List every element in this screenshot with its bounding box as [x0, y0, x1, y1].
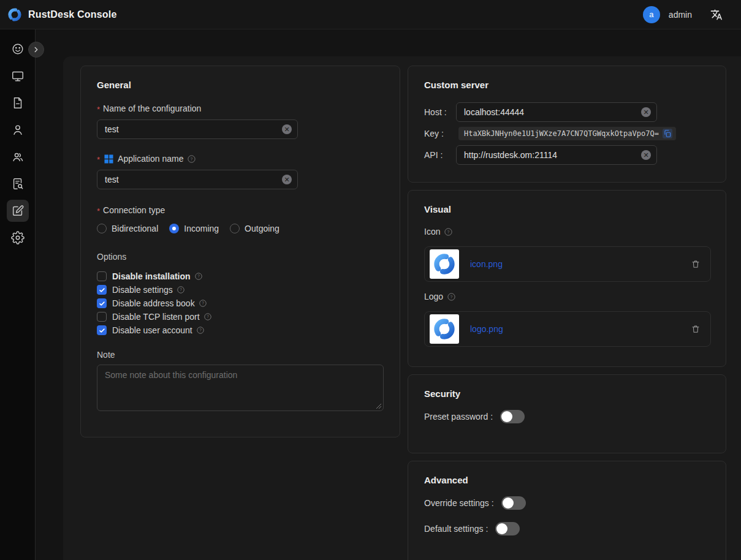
- file-search-icon: [11, 177, 25, 191]
- checkbox-icon: [97, 325, 107, 335]
- advanced-card: Advanced Override settings : Default set…: [408, 461, 726, 560]
- sidebar-item-settings[interactable]: [7, 227, 29, 249]
- trash-icon[interactable]: [690, 258, 702, 270]
- help-icon[interactable]: ?: [194, 272, 203, 281]
- options-label: Options: [97, 252, 384, 262]
- app-header: RustDesk Console a admin: [0, 0, 741, 29]
- clear-icon[interactable]: ✕: [641, 150, 651, 160]
- override-settings-toggle[interactable]: [501, 496, 526, 510]
- user-avatar[interactable]: a: [643, 6, 660, 23]
- checkbox-disable-settings[interactable]: Disable settings ?: [97, 285, 384, 295]
- edit-icon: [11, 204, 25, 218]
- svg-text:?: ?: [180, 287, 182, 292]
- help-icon[interactable]: ?: [447, 292, 456, 301]
- radio-icon: [97, 224, 107, 233]
- checkbox-disable-address-book[interactable]: Disable address book ?: [97, 298, 384, 308]
- clear-icon[interactable]: ✕: [282, 124, 292, 134]
- security-title: Security: [424, 388, 710, 399]
- user-icon: [11, 123, 25, 137]
- sidebar-item-users[interactable]: [7, 119, 29, 141]
- key-value: HtaXBkJNHyn0e1U1jWXze7A7CN7QTGWqxkOtpaVp…: [464, 129, 659, 138]
- icon-label: Icon ?: [424, 227, 710, 236]
- chevron-right-icon: [32, 45, 40, 54]
- clear-icon[interactable]: ✕: [282, 175, 292, 184]
- checkbox-icon: [97, 312, 107, 322]
- config-name-input[interactable]: [97, 119, 298, 139]
- note-textarea[interactable]: [97, 365, 384, 411]
- user-name[interactable]: admin: [669, 10, 692, 20]
- required-asterisk: *: [97, 206, 100, 216]
- svg-text:?: ?: [207, 314, 209, 319]
- svg-text:?: ?: [202, 301, 204, 305]
- sidebar-item-logs[interactable]: [7, 92, 29, 114]
- config-name-label: * Name of the configuration: [97, 104, 384, 113]
- application-name-input[interactable]: [97, 170, 298, 189]
- sidebar-item-groups[interactable]: [7, 146, 29, 168]
- icon-file-link[interactable]: icon.png: [470, 259, 503, 269]
- key-label: Key :: [424, 129, 456, 138]
- sidebar-item-devices[interactable]: [7, 65, 29, 87]
- default-settings-label: Default settings :: [424, 524, 488, 534]
- default-settings-toggle[interactable]: [495, 522, 520, 535]
- rustdesk-logo-icon: [7, 7, 22, 22]
- content-panel: General * Name of the configuration ✕ * …: [63, 56, 741, 560]
- windows-icon: [104, 154, 113, 164]
- connection-type-group: Bidirectional Incoming Outgoing: [97, 224, 384, 233]
- clear-icon[interactable]: ✕: [641, 107, 651, 117]
- gear-icon: [11, 231, 25, 244]
- svg-text:?: ?: [447, 230, 450, 234]
- checkbox-disable-installation[interactable]: Disable installation ?: [97, 271, 384, 281]
- note-label: Note: [97, 350, 384, 360]
- override-settings-label: Override settings :: [424, 498, 494, 508]
- required-asterisk: *: [97, 105, 100, 114]
- svg-text:?: ?: [199, 328, 202, 332]
- svg-text:?: ?: [450, 295, 453, 299]
- help-icon[interactable]: ?: [199, 299, 207, 308]
- required-asterisk: *: [97, 155, 100, 164]
- svg-text:?: ?: [197, 274, 200, 278]
- preset-password-toggle[interactable]: [500, 410, 525, 423]
- smiley-icon: [11, 42, 25, 56]
- radio-incoming[interactable]: Incoming: [169, 224, 219, 233]
- security-card: Security Preset password :: [408, 374, 726, 453]
- help-icon[interactable]: ?: [177, 286, 185, 294]
- radio-bidirectional[interactable]: Bidirectional: [97, 224, 158, 233]
- trash-icon[interactable]: [690, 323, 702, 335]
- logo-label: Logo ?: [424, 292, 710, 301]
- logo-file-row: logo.png: [424, 311, 711, 347]
- visual-title: Visual: [424, 204, 710, 214]
- help-icon[interactable]: ?: [444, 227, 453, 236]
- radio-outgoing[interactable]: Outgoing: [230, 224, 279, 233]
- checkbox-icon: [97, 271, 107, 281]
- api-input[interactable]: [456, 145, 657, 165]
- monitor-icon: [11, 69, 25, 83]
- checkbox-disable-tcp-listen-port[interactable]: Disable TCP listen port ?: [97, 312, 384, 322]
- sidebar-expand-button[interactable]: [28, 42, 44, 58]
- host-input[interactable]: [456, 102, 657, 122]
- preset-password-label: Preset password :: [424, 412, 493, 422]
- help-icon[interactable]: ?: [203, 312, 212, 321]
- general-title: General: [97, 80, 384, 90]
- radio-icon: [169, 224, 179, 233]
- help-icon[interactable]: ?: [196, 326, 205, 335]
- copy-icon[interactable]: [663, 129, 672, 138]
- sidebar-item-custom-clients[interactable]: [7, 200, 29, 222]
- translate-icon[interactable]: [710, 9, 723, 21]
- app-title: RustDesk Console: [28, 9, 117, 20]
- logo-file-link[interactable]: logo.png: [470, 324, 503, 334]
- checkbox-disable-user-account[interactable]: Disable user account ?: [97, 325, 384, 335]
- document-icon: [11, 96, 25, 110]
- application-name-label: * Application name ?: [97, 154, 384, 164]
- sidebar-item-dashboard[interactable]: [7, 38, 29, 60]
- custom-server-card: Custom server Host : ✕ Key : HtaXBkJNHyn…: [408, 66, 726, 183]
- advanced-title: Advanced: [424, 475, 710, 485]
- general-card: General * Name of the configuration ✕ * …: [80, 66, 400, 437]
- help-icon[interactable]: ?: [187, 154, 196, 164]
- host-label: Host :: [424, 107, 456, 117]
- connection-type-label: * Connection type: [97, 205, 384, 215]
- custom-server-title: Custom server: [424, 80, 710, 90]
- sidebar-item-audit[interactable]: [7, 173, 29, 195]
- users-icon: [11, 150, 25, 164]
- options-list: Disable installation ? Disable settings …: [97, 271, 384, 335]
- key-value-chip: HtaXBkJNHyn0e1U1jWXze7A7CN7QTGWqxkOtpaVp…: [458, 127, 676, 140]
